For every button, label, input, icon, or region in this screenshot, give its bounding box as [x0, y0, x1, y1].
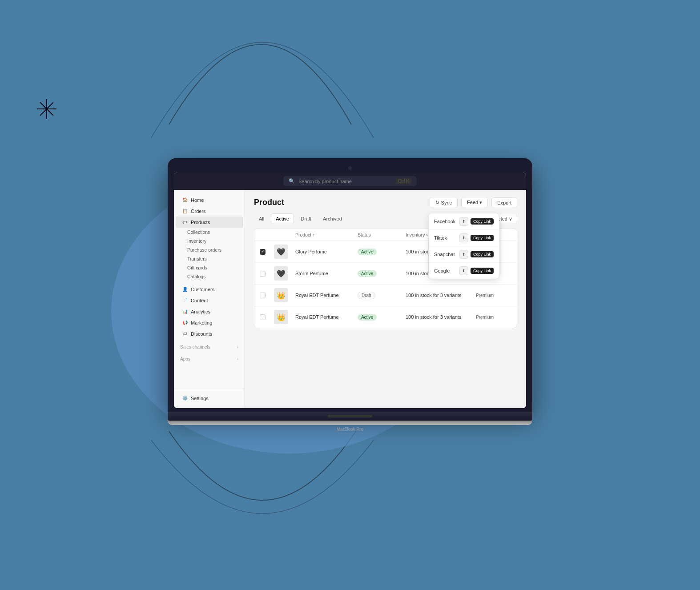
table-row: 👑 Royal EDT Perfume Draft 100 in stock f… [254, 285, 517, 306]
sidebar-item-label-products: Products [191, 220, 210, 225]
settings-icon: ⚙️ [182, 395, 188, 401]
google-upload-button[interactable]: ⬆ [459, 266, 468, 275]
tab-draft-label: Draft [301, 216, 311, 221]
header-actions: ↻ Sync Feed ▾ Export [430, 197, 517, 208]
sidebar-item-customers[interactable]: 👤 Customers [176, 284, 243, 295]
row-4-product-name: Royal EDT Perfume [295, 314, 354, 320]
tiktok-copy-link-button[interactable]: Copy Link [471, 235, 494, 241]
feed-facebook-label: Facebook [434, 219, 455, 224]
sidebar-item-orders[interactable]: 📋 Orders [176, 205, 243, 217]
sidebar-item-discounts[interactable]: 🏷 Discounts [176, 328, 243, 339]
row-4-status: Active [358, 314, 402, 321]
sidebar-sub-label-catalogs: Catalogs [187, 274, 205, 279]
feed-chevron-icon: ▾ [479, 200, 482, 205]
sidebar-sub-collections[interactable]: Collections [176, 228, 243, 237]
feed-label: Feed [467, 200, 478, 205]
tab-all[interactable]: All [254, 213, 269, 224]
row-4-checkbox[interactable] [260, 314, 266, 320]
tab-draft[interactable]: Draft [296, 213, 316, 224]
header-product-col: Product ↑ [295, 232, 354, 237]
row-2-checkbox[interactable] [260, 271, 266, 277]
sidebar-item-settings[interactable]: ⚙️ Settings [176, 393, 243, 404]
content-area: Product ↻ Sync Feed ▾ [245, 190, 526, 408]
row-1-status-badge: Active [358, 249, 377, 255]
facebook-upload-button[interactable]: ⬆ [459, 217, 468, 226]
feed-dropdown-row-snapchat: Snapchat ⬆ Copy Link [429, 246, 499, 263]
row-3-status: Draft [358, 292, 402, 299]
discounts-icon: 🏷 [182, 331, 188, 337]
feed-dropdown-row-google: Google ⬆ Copy Link [429, 263, 499, 279]
sidebar-item-label-marketing: Marketing [191, 320, 212, 325]
content-icon: 📄 [182, 297, 188, 303]
row-2-status: Active [358, 270, 402, 277]
svg-line-3 [40, 102, 53, 116]
row-1-product-name: Glory Perfume [295, 249, 354, 254]
sidebar-bottom: ⚙️ Settings [174, 389, 245, 404]
tab-archived[interactable]: Archived [318, 213, 347, 224]
tab-active[interactable]: Active [271, 213, 294, 224]
page-title: Product [254, 198, 284, 207]
home-icon: 🏠 [182, 197, 188, 203]
apps-label: Apps [180, 357, 190, 361]
feed-facebook-actions: ⬆ Copy Link [459, 217, 494, 226]
tiktok-upload-button[interactable]: ⬆ [459, 233, 468, 242]
row-4-product-img: 👑 [274, 310, 288, 324]
main-area: 🏠 Home 📋 Orders 🏷 Products Collections [174, 190, 526, 408]
table-row: 👑 Royal EDT Perfume Active 100 in stock … [254, 306, 517, 328]
sidebar-sub-transfers[interactable]: Transfers [176, 254, 243, 263]
row-1-checkbox[interactable]: ✓ [260, 249, 266, 255]
search-bar[interactable]: 🔍 Search by product name Ctrl K [283, 176, 417, 186]
row-3-checkbox[interactable] [260, 293, 266, 298]
google-copy-link-button[interactable]: Copy Link [471, 268, 494, 274]
sidebar-item-analytics[interactable]: 📊 Analytics [176, 306, 243, 317]
feed-dropdown-row-facebook: Facebook ⬆ Copy Link [429, 213, 499, 230]
laptop-stand [168, 421, 532, 425]
sidebar-section-apps[interactable]: Apps › [174, 355, 245, 363]
page-header: Product ↻ Sync Feed ▾ [254, 197, 517, 208]
sidebar-item-products[interactable]: 🏷 Products [176, 217, 243, 228]
top-bar: 🔍 Search by product name Ctrl K [174, 173, 526, 190]
sidebar-sub-purchase-orders[interactable]: Purchase orders [176, 245, 243, 254]
svg-line-2 [40, 102, 53, 116]
feed-dropdown-row-tiktok: Tiktok ⬆ Copy Link [429, 230, 499, 246]
laptop-hinge [328, 415, 372, 417]
marketing-icon: 📢 [182, 320, 188, 325]
row-1-product-img: 🖤 [274, 245, 288, 259]
row-4-status-badge: Active [358, 314, 377, 321]
sidebar-item-content[interactable]: 📄 Content [176, 295, 243, 306]
feed-google-label: Google [434, 268, 450, 273]
sidebar-item-home[interactable]: 🏠 Home [176, 194, 243, 205]
export-button[interactable]: Export [491, 197, 517, 208]
header-status-col: Status [358, 232, 402, 237]
row-3-inventory: 100 in stock for 3 variants [406, 293, 472, 298]
sidebar-sub-catalogs[interactable]: Catalogs [176, 272, 243, 281]
laptop-body: 🔍 Search by product name Ctrl K 🏠 Home 📋… [168, 158, 532, 412]
sidebar-item-label-settings: Settings [191, 396, 209, 401]
row-3-badge: Premium [476, 293, 511, 298]
sidebar-sub-label-collections: Collections [187, 229, 210, 235]
feed-snapchat-label: Snapchat [434, 252, 455, 257]
sidebar-section-sales-channels[interactable]: Sales channels › [174, 343, 245, 351]
customers-icon: 👤 [182, 286, 188, 292]
sidebar-item-marketing[interactable]: 📢 Marketing [176, 317, 243, 328]
sidebar-sub-gift-cards[interactable]: Gift cards [176, 263, 243, 272]
snapchat-upload-button[interactable]: ⬆ [459, 250, 468, 259]
feed-dropdown: Facebook ⬆ Copy Link Tiktok ⬆ C [428, 213, 499, 279]
feed-tiktok-actions: ⬆ Copy Link [459, 233, 494, 242]
laptop-camera [348, 166, 352, 170]
sidebar-sub-label-transfers: Transfers [187, 256, 207, 261]
sync-button[interactable]: ↻ Sync [430, 197, 458, 208]
feed-google-actions: ⬆ Copy Link [459, 266, 494, 275]
search-shortcut: Ctrl K [396, 178, 411, 184]
sidebar-sub-inventory[interactable]: Inventory [176, 237, 243, 245]
sales-channels-chevron: › [237, 345, 238, 349]
sidebar-item-label-customers: Customers [191, 287, 214, 292]
feed-snapchat-actions: ⬆ Copy Link [459, 250, 494, 259]
sidebar-item-label-analytics: Analytics [191, 309, 210, 314]
row-3-product-img: 👑 [274, 288, 288, 302]
laptop-base [168, 412, 532, 421]
snapchat-copy-link-button[interactable]: Copy Link [471, 251, 494, 257]
facebook-copy-link-button[interactable]: Copy Link [471, 218, 494, 225]
feed-button[interactable]: Feed ▾ [461, 197, 488, 208]
apps-chevron: › [237, 357, 238, 361]
